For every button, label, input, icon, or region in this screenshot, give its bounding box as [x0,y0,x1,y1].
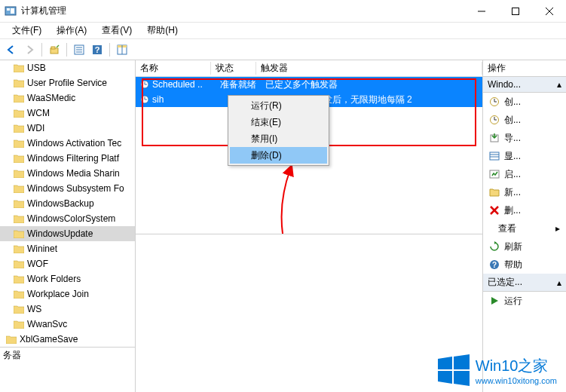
tree-item[interactable]: XblGameSave [0,332,135,347]
action-item[interactable]: 导... [483,129,566,147]
tree-item-label: WS [27,304,41,314]
svg-rect-31 [490,152,499,160]
action-item[interactable]: 创... [483,111,566,129]
play-icon [489,296,500,306]
svg-rect-4 [512,8,519,14]
svg-rect-2 [11,8,14,14]
actions-header: 操作 [483,60,566,77]
back-button[interactable] [3,41,20,58]
tree-bottom-label: 务器 [0,347,135,363]
maximize-button[interactable] [498,0,532,23]
action-item[interactable]: 删... [483,201,566,219]
tree-item-label: WCM [27,108,50,118]
tree-pane[interactable]: USBUser Profile ServiceWaaSMedicWCMWDIWi… [0,60,136,392]
toolbar: ? [0,39,566,60]
properties-button[interactable] [71,41,87,58]
action-item[interactable]: 显... [483,147,566,165]
svg-text:?: ? [492,261,497,269]
watermark-url: www.win10xitong.com [476,376,557,385]
tree-item[interactable]: Work Folders [0,271,135,286]
tree-item-label: USB [27,63,46,73]
new-task-icon [489,96,500,107]
col-name[interactable]: 名称 [136,62,211,75]
action-item[interactable]: 启... [483,165,566,183]
chevron-right-icon: ▸ [555,223,560,234]
show-icon [489,151,500,161]
tree-item-label: WDI [27,123,44,133]
col-trigger[interactable]: 触发器 [256,62,482,75]
tree-item-label: WindowsColorSystem [27,213,115,224]
folder-icon [14,94,24,103]
tree-item-label: WwanSvc [27,319,67,329]
context-menu: 运行(R) 结束(E) 禁用(I) 删除(D) [228,95,329,166]
collapse-icon: ▴ [557,277,561,288]
tree-item-label: User Profile Service [27,78,107,88]
col-status[interactable]: 状态 [211,62,256,75]
ctx-delete[interactable]: 删除(D) [230,147,327,164]
folder-icon [14,79,24,87]
tree-item[interactable]: Windows Subsystem Fo [0,181,135,196]
task-row[interactable]: Scheduled ..准备就绪已定义多个触发器 [136,77,482,92]
tree-item[interactable]: Workplace Join [0,286,135,302]
tree-item[interactable]: WOF [0,256,135,271]
actions-view[interactable]: 查看 ▸ [483,219,566,237]
clock-icon [140,80,149,89]
menu-help[interactable]: 帮助(H) [139,23,185,38]
tree-item[interactable]: WindowsBackup [0,196,135,211]
tree-item[interactable]: WDI [0,121,135,136]
ctx-run[interactable]: 运行(R) [230,97,327,114]
folder-icon [14,305,24,314]
tree-item-label: Wininet [27,243,57,254]
ctx-end[interactable]: 结束(E) [230,114,327,130]
folder-icon [14,260,24,268]
view-details-button[interactable] [114,41,130,58]
forward-button[interactable] [21,41,38,58]
tree-item[interactable]: WwanSvc [0,317,135,332]
menu-action[interactable]: 操作(A) [49,23,94,38]
menubar: 文件(F) 操作(A) 查看(V) 帮助(H) [0,23,566,39]
folder-icon [14,155,24,163]
tree-item[interactable]: WCM [0,106,135,121]
tree-item[interactable]: USB [0,60,135,75]
tree-item[interactable]: Windows Media Sharin [0,166,135,181]
svg-rect-1 [7,8,10,11]
tree-item[interactable]: WaaSMedic [0,90,135,106]
actions-group-1[interactable]: Windo... ▴ [483,77,566,93]
close-button[interactable] [532,0,566,23]
tree-item-label: WOF [27,259,48,269]
tree-item-label: Windows Filtering Platf [27,153,119,164]
horizontal-scrollbar[interactable] [136,221,482,234]
tree-item[interactable]: User Profile Service [0,75,135,90]
ctx-disable[interactable]: 禁用(I) [230,130,327,147]
toolbar-separator [41,43,42,57]
actions-run[interactable]: 运行 [483,292,566,310]
menu-file[interactable]: 文件(F) [5,23,49,38]
window-controls [464,0,566,23]
window-title: 计算机管理 [21,5,464,17]
tree-item[interactable]: WS [0,302,135,317]
tree-item-label: Windows Subsystem Fo [27,183,124,194]
up-button[interactable] [46,41,63,58]
folder-icon [14,290,24,299]
folder-icon [14,170,24,178]
actions-refresh[interactable]: 刷新 [483,237,566,256]
tree-item[interactable]: WindowsUpdate [0,226,135,241]
action-item[interactable]: 新... [483,183,566,201]
actions-help[interactable]: ? 帮助 [483,256,566,274]
main-area: USBUser Profile ServiceWaaSMedicWCMWDIWi… [0,60,566,392]
tree-item[interactable]: Windows Activation Tec [0,136,135,151]
folder-icon [6,335,17,344]
tree-item-label: WindowsUpdate [27,228,93,239]
actions-group-2[interactable]: 已选定... ▴ [483,274,566,292]
tree-item[interactable]: Wininet [0,241,135,256]
minimize-button[interactable] [464,0,498,23]
tree-item-label: Workplace Join [27,289,89,299]
titlebar: 计算机管理 [0,0,566,23]
watermark-title: Win10之家 [476,356,557,376]
tree-item[interactable]: Windows Filtering Platf [0,151,135,166]
tree-item-label: WaaSMedic [27,93,75,103]
help-icon[interactable]: ? [89,41,106,58]
menu-view[interactable]: 查看(V) [94,23,139,38]
tree-item[interactable]: WindowsColorSystem [0,211,135,226]
action-item[interactable]: 创... [483,93,566,111]
